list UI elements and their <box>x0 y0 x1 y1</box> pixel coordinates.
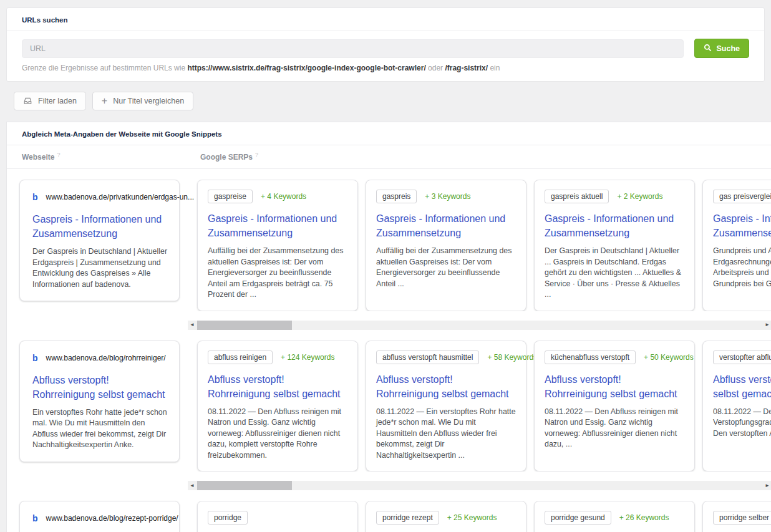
more-keywords-link[interactable]: + 25 Keywords <box>447 513 497 522</box>
serp-card: abfluss verstopft hausmittel + 58 Keywor… <box>366 341 526 472</box>
keyword-badge[interactable]: gaspreise <box>208 190 253 203</box>
column-headers: Webseite? Google SERPs? <box>7 145 771 169</box>
serp-card-head: gaspreis + 3 Keywords <box>376 189 516 204</box>
serp-title-link[interactable]: Abfluss verstopft! Rohrreinigung selbst … <box>376 372 516 401</box>
scrollbar-thumb[interactable] <box>197 481 292 490</box>
google-serps-help-icon[interactable]: ? <box>255 152 258 158</box>
comparison-title: Abgleich Meta-Angaben der Webseite mit G… <box>7 122 771 145</box>
website-description: Ein verstopftes Rohr hatte jede*r schon … <box>32 407 168 451</box>
search-button-label: Suche <box>716 44 740 53</box>
serp-description: Der Gaspreis in Deutschland | Aktueller … <box>545 246 684 301</box>
hint-url-example-2: /frag-sistrix/ <box>445 64 488 72</box>
serp-title-link[interactable]: Gaspreis - Informationen und Zusammenset… <box>376 211 516 240</box>
serp-description: 08.11.2022 — Den Abfluss reinigen mit Na… <box>208 407 347 462</box>
serp-description: Auffällig bei der Zusammensetzung des ak… <box>376 246 516 289</box>
horizontal-scrollbar[interactable]: ◄ ► <box>188 481 771 490</box>
serp-card-head: gas preisvergleich <box>713 189 771 204</box>
serp-track: abfluss reinigen + 124 Keywords Abfluss … <box>188 341 771 472</box>
more-keywords-link[interactable]: + 4 Keywords <box>261 192 306 201</box>
serp-card: porridge Porridge: Das Rezept für ein ge… <box>197 501 358 532</box>
scroll-right-arrow[interactable]: ► <box>765 322 770 327</box>
search-button[interactable]: Suche <box>694 39 749 58</box>
badenova-favicon: b <box>32 192 38 202</box>
more-keywords-link[interactable]: + 3 Keywords <box>425 192 470 201</box>
keyword-badge[interactable]: abfluss reinigen <box>208 351 273 364</box>
website-title-link[interactable]: Abfluss verstopft! Rohrreinigung selbst … <box>32 373 168 402</box>
webseite-help-icon[interactable]: ? <box>57 152 60 158</box>
serp-card: porridge gesund + 26 Keywords Porridge: … <box>534 501 695 532</box>
serp-scroll-area: gaspreise + 4 Keywords Gaspreis - Inform… <box>188 180 771 311</box>
keyword-badge[interactable]: porridge selber ma <box>713 511 771 525</box>
serp-card-head: gaspreis aktuell + 2 Keywords <box>545 189 684 204</box>
keyword-badge[interactable]: abfluss verstopft hausmittel <box>376 351 479 364</box>
keyword-badge[interactable]: küchenabfluss verstopft <box>545 351 636 364</box>
url-search-panel: URLs suchen Suche Grenze die Ergebnisse … <box>6 7 765 82</box>
scrollbar-thumb[interactable] <box>197 321 292 330</box>
badenova-favicon: b <box>32 513 38 523</box>
keyword-badge[interactable]: gaspreis aktuell <box>545 190 609 203</box>
serp-card: porridge rezept + 25 Keywords Porridge: … <box>366 501 526 532</box>
search-row: Suche <box>7 31 764 58</box>
serp-card-head: küchenabfluss verstopft + 50 Keywords <box>545 350 684 365</box>
more-keywords-link[interactable]: + 26 Keywords <box>619 513 669 522</box>
serp-description: 08.11.2022 — Ein verstopftes Rohr hatte … <box>376 407 516 462</box>
comparison-row-1: b www.badenova.de/privatkunden/erdgas-un… <box>7 169 771 321</box>
website-title-link[interactable]: Gaspreis - Informationen und Zusammenset… <box>32 212 168 241</box>
more-keywords-link[interactable]: + 2 Keywords <box>617 192 662 201</box>
serp-track: gaspreise + 4 Keywords Gaspreis - Inform… <box>188 180 771 311</box>
website-card: b www.badenova.de/blog/rohrreiniger/ Abf… <box>19 341 180 462</box>
hint-url-example-1: https://www.sistrix.de/frag-sistrix/goog… <box>187 64 425 72</box>
more-keywords-link[interactable]: + 124 Keywords <box>281 353 334 362</box>
serp-title-link[interactable]: Gaspreis - Inf Zusammense <box>713 211 771 240</box>
serp-title-link[interactable]: Abfluss verstopft! Rohrreinigung selbst … <box>208 372 347 401</box>
badenova-favicon: b <box>32 353 38 363</box>
website-url: www.badenova.de/privatkunden/erdgas-un..… <box>46 193 195 201</box>
serp-card-clipped: porridge selber ma Porridge: Das gesunde… <box>702 501 771 532</box>
keyword-badge[interactable]: porridge rezept <box>376 511 439 525</box>
nur-titel-vergleichen-button[interactable]: + Nur Titel vergleichen <box>92 92 193 110</box>
website-card: b www.badenova.de/blog/rezept-porridge/ … <box>19 501 180 532</box>
serp-card: abfluss reinigen + 124 Keywords Abfluss … <box>197 341 358 472</box>
search-panel-title: URLs suchen <box>7 8 764 31</box>
serp-card-head: abfluss reinigen + 124 Keywords <box>208 350 347 365</box>
serp-title-link[interactable]: Gaspreis - Informationen und Zusammenset… <box>208 211 347 240</box>
scroll-right-arrow[interactable]: ► <box>765 483 770 488</box>
serp-card-head: porridge selber ma <box>713 510 771 525</box>
serp-card-clipped: gas preisvergleich Gaspreis - Inf Zusamm… <box>702 180 771 311</box>
scroll-left-arrow[interactable]: ◄ <box>190 483 195 488</box>
keyword-badge[interactable]: porridge <box>208 511 248 525</box>
more-keywords-link[interactable]: + 58 Keywords <box>487 353 537 362</box>
serp-card-head: porridge rezept + 25 Keywords <box>376 510 516 525</box>
column-google-serps: Google SERPs? <box>200 152 258 162</box>
serp-description: Auffällig bei der Zusammensetzung des ak… <box>208 246 347 301</box>
hint-oder: oder <box>426 64 445 72</box>
scroll-left-arrow[interactable]: ◄ <box>190 322 195 327</box>
serp-description: 08.11.2022 — Den Abfluss reinigen mit Na… <box>545 407 684 450</box>
filter-laden-button[interactable]: Filter laden <box>14 92 86 110</box>
horizontal-scrollbar[interactable]: ◄ ► <box>188 321 771 330</box>
search-hint: Grenze die Ergebnisse auf bestimmten URL… <box>7 58 764 81</box>
keyword-badge[interactable]: gaspreis <box>376 190 417 203</box>
serp-card-clipped: verstopfter abfluss Abfluss versto selbs… <box>702 341 771 472</box>
serp-title-link[interactable]: Gaspreis - Informationen und Zusammenset… <box>545 211 684 240</box>
serp-title-link[interactable]: Abfluss verstopft! Rohrreinigung selbst … <box>545 372 684 401</box>
toolbar: Filter laden + Nur Titel vergleichen <box>14 92 771 110</box>
website-description: Der Gaspreis in Deutschland | Aktueller … <box>32 246 168 290</box>
serp-track: porridge Porridge: Das Rezept für ein ge… <box>188 501 771 532</box>
website-url: www.badenova.de/blog/rezept-porridge/ <box>46 514 178 523</box>
load-filter-icon <box>23 97 32 105</box>
column-webseite: Webseite? <box>22 152 200 162</box>
keyword-badge[interactable]: gas preisvergleich <box>713 190 771 203</box>
keyword-badge[interactable]: porridge gesund <box>545 511 611 525</box>
website-card-head: b www.badenova.de/privatkunden/erdgas-un… <box>32 190 168 205</box>
url-search-input[interactable] <box>22 39 684 58</box>
more-keywords-link[interactable]: + 50 Keywords <box>644 353 694 362</box>
plus-icon: + <box>102 96 107 106</box>
serp-title-link[interactable]: Abfluss versto selbst gemac <box>713 372 771 401</box>
hint-suffix: ein <box>488 64 500 72</box>
serp-card: gaspreise + 4 Keywords Gaspreis - Inform… <box>197 180 358 311</box>
serp-card-head: verstopfter abfluss <box>713 350 771 365</box>
keyword-badge[interactable]: verstopfter abfluss <box>713 351 771 364</box>
serp-description: 08.11.2022 — Denn Verstopfungsgrad, s De… <box>713 407 771 440</box>
col-google-serps-label: Google SERPs <box>200 153 253 162</box>
